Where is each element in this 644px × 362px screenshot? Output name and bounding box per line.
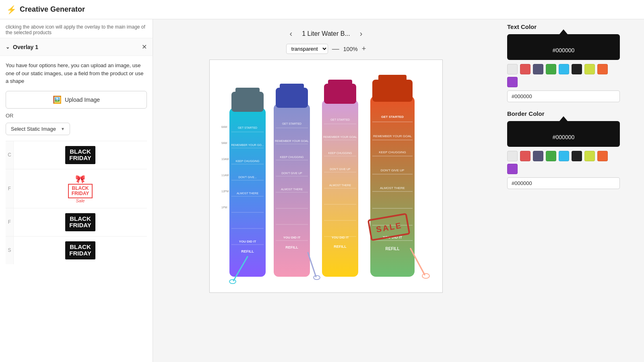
svg-point-4: [229, 280, 236, 284]
upload-label: Upload Image: [65, 97, 100, 103]
select-static-image-button[interactable]: Select Static Image ▼: [6, 123, 70, 135]
svg-text:DON'T GIVE UP: DON'T GIVE UP: [381, 169, 405, 172]
thumbnail-row-f2: F BLACK FRIDAY: [6, 208, 147, 236]
svg-text:KEEP CHUGGING: KEEP CHUGGING: [236, 160, 260, 162]
svg-text:REFILL: REFILL: [334, 245, 347, 249]
border-color-hex-input[interactable]: [507, 177, 620, 189]
svg-text:REMEMBER YOUR GOAL: REMEMBER YOUR GOAL: [275, 140, 309, 142]
svg-text:ALMOST THERE: ALMOST THERE: [237, 192, 259, 195]
svg-text:GET STARTED: GET STARTED: [282, 122, 301, 125]
svg-text:KEEP CHUGGING: KEEP CHUGGING: [379, 150, 406, 154]
svg-text:DON'T GIVE...: DON'T GIVE...: [238, 176, 257, 179]
text-color-swatches: [507, 64, 620, 87]
thumbnail-row-s: S BLACK FRIDAY: [6, 236, 147, 264]
svg-rect-22: [280, 84, 304, 92]
border-swatch-red[interactable]: [520, 151, 530, 161]
overlay-header-left: ⌄ Overlay 1: [6, 44, 38, 50]
border-swatch-green[interactable]: [546, 151, 556, 161]
svg-rect-42: [328, 80, 352, 88]
svg-point-62: [422, 274, 429, 278]
border-swatch-orange[interactable]: [597, 151, 608, 161]
swatch-purple[interactable]: [507, 77, 518, 87]
thumbnail-bf-solid[interactable]: BLACK FRIDAY: [14, 141, 147, 169]
svg-text:9AM: 9AM: [221, 142, 227, 144]
svg-text:YOU DID IT: YOU DID IT: [332, 236, 349, 239]
app-header: ⚡ Creative Generator: [0, 0, 644, 19]
lightning-icon: ⚡: [6, 5, 17, 14]
zoom-out-button[interactable]: —: [332, 45, 339, 53]
border-swatch-cyan[interactable]: [559, 151, 569, 161]
svg-rect-2: [235, 88, 260, 96]
svg-text:GET STARTED: GET STARTED: [330, 118, 350, 121]
zoom-in-button[interactable]: +: [362, 45, 366, 53]
bf-badge-solid: BLACK FRIDAY: [65, 146, 95, 164]
right-panel: Text Color #000000 Border Color: [499, 19, 644, 362]
svg-text:ALMOST THERE: ALMOST THERE: [380, 186, 405, 190]
close-overlay-button[interactable]: ✕: [142, 43, 147, 51]
text-color-picker-triangle: [559, 29, 568, 34]
svg-text:DON'T GIVE UP: DON'T GIVE UP: [330, 168, 351, 171]
border-swatch-light-gray[interactable]: [507, 151, 518, 161]
overlay-header: ⌄ Overlay 1 ✕: [0, 38, 153, 56]
svg-text:8AM: 8AM: [221, 125, 227, 128]
svg-text:11AM: 11AM: [221, 174, 229, 177]
border-color-section: Border Color #000000: [507, 110, 644, 189]
svg-text:REMEMBER YOUR GO...: REMEMBER YOUR GO...: [231, 144, 264, 146]
upload-icon: 🖼️: [53, 95, 62, 104]
overlay-description: You have four options here, you can uplo…: [6, 62, 147, 85]
svg-text:12PM: 12PM: [221, 190, 229, 193]
svg-text:REFILL: REFILL: [285, 245, 298, 249]
thumbnail-bf-solid-3[interactable]: BLACK FRIDAY: [14, 237, 147, 264]
thumbnail-bf-solid-2[interactable]: BLACK FRIDAY: [14, 208, 147, 236]
swatch-orange[interactable]: [597, 64, 608, 74]
swatch-red[interactable]: [520, 64, 530, 74]
swatch-green[interactable]: [546, 64, 556, 74]
svg-text:GET STARTED: GET STARTED: [238, 126, 257, 129]
border-color-swatches: [507, 151, 620, 174]
svg-text:DON'T GIVE UP: DON'T GIVE UP: [281, 172, 302, 175]
swatch-yellow-green[interactable]: [584, 64, 595, 74]
upload-image-button[interactable]: 🖼️ Upload Image: [6, 91, 147, 109]
thumbnail-row-c: C BLACK FRIDAY: [6, 141, 147, 169]
swatch-light-gray[interactable]: [507, 64, 518, 74]
text-color-hex-input[interactable]: [507, 90, 620, 102]
bf-badge-solid-3: BLACK FRIDAY: [65, 241, 95, 259]
collapse-icon[interactable]: ⌄: [6, 44, 10, 50]
dropdown-arrow-icon: ▼: [61, 127, 65, 131]
overlay-name: Overlay 1: [13, 44, 38, 50]
product-title: 1 Liter Water B...: [302, 30, 350, 37]
swatch-cyan[interactable]: [559, 64, 569, 74]
prev-product-button[interactable]: ‹: [287, 27, 296, 40]
svg-text:ALMOST THERE: ALMOST THERE: [281, 188, 303, 191]
border-color-hex-display: #000000: [514, 128, 613, 140]
svg-text:REMEMBER YOUR GOAL: REMEMBER YOUR GOAL: [323, 136, 357, 138]
sidebar-description: clicking the above icon will apply the o…: [0, 19, 153, 38]
thumbnail-bf-gift[interactable]: 🎀 BLACK FRIDAY Sale: [14, 169, 147, 208]
thumb-letter-f1: F: [6, 169, 14, 208]
text-color-hex-display: #000000: [514, 41, 613, 53]
thumb-letter-f2: F: [6, 208, 14, 236]
bf-gift-badge: 🎀 BLACK FRIDAY Sale: [68, 174, 93, 203]
main-layout: clicking the above icon will apply the o…: [0, 19, 644, 362]
svg-text:10AM: 10AM: [221, 158, 229, 160]
border-swatch-yellow-green[interactable]: [584, 151, 595, 161]
zoom-controls: transparent — 100% +: [286, 44, 366, 54]
border-color-picker-box[interactable]: #000000: [507, 121, 620, 147]
border-swatch-purple[interactable]: [507, 164, 518, 174]
border-swatch-dark[interactable]: [572, 151, 582, 161]
swatch-dark-blue-gray[interactable]: [533, 64, 543, 74]
svg-text:YOU DID IT: YOU DID IT: [283, 236, 301, 239]
next-product-button[interactable]: ›: [357, 27, 366, 40]
bf-badge-solid-2: BLACK FRIDAY: [65, 213, 95, 231]
border-color-picker-triangle: [559, 116, 568, 121]
text-color-picker-box[interactable]: #000000: [507, 34, 620, 60]
background-mode-select[interactable]: transparent: [286, 44, 328, 54]
swatch-dark[interactable]: [572, 64, 582, 74]
text-color-section: Text Color #000000: [507, 23, 644, 102]
border-swatch-dark-blue-gray[interactable]: [533, 151, 543, 161]
canvas-nav: ‹ 1 Liter Water B... ›: [287, 27, 366, 40]
product-image: GET STARTED REMEMBER YOUR GO... KEEP CHU…: [217, 68, 435, 285]
svg-text:YOU DID IT: YOU DID IT: [239, 240, 256, 243]
thumbnails-panel: C BLACK FRIDAY F 🎀: [6, 141, 147, 264]
sidebar: clicking the above icon will apply the o…: [0, 19, 153, 362]
